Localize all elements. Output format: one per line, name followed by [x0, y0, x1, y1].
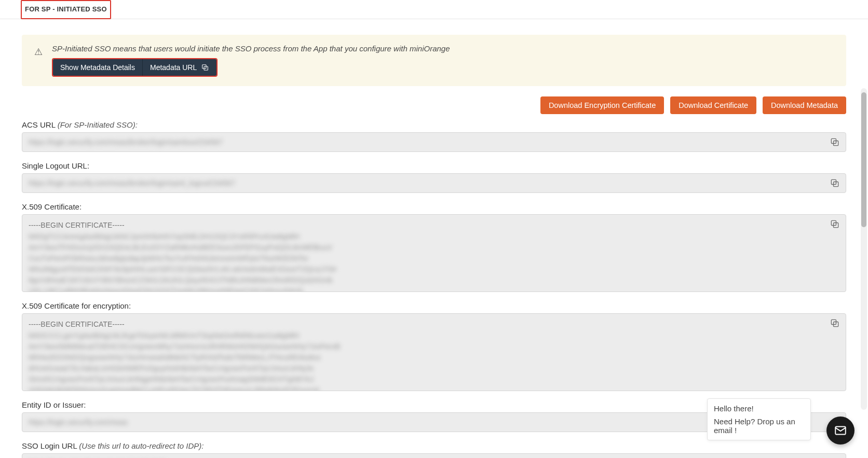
- copy-x509-encryption-certificate-button[interactable]: [829, 318, 840, 329]
- tab-bar: FOR SP - INITIATED SSO: [0, 0, 868, 19]
- chat-popup: Hello there! Need Help? Drop us an email…: [707, 398, 811, 440]
- copy-icon: [830, 318, 840, 328]
- acs-url-label-note: (For SP-Initiated SSO):: [58, 120, 138, 129]
- info-body: SP-Initiated SSO means that users would …: [52, 44, 836, 77]
- download-metadata-button[interactable]: Download Metadata: [763, 96, 846, 114]
- scrollbar-thumb[interactable]: [861, 92, 866, 227]
- copy-acs-url-button[interactable]: [829, 137, 840, 148]
- entity-id-value: https://login.xecurify.com/moas: [29, 418, 128, 426]
- download-row: Download Encryption Certificate Download…: [22, 96, 846, 114]
- metadata-url-button[interactable]: Metadata URL: [143, 59, 216, 76]
- tab-sp-initiated-sso[interactable]: FOR SP - INITIATED SSO: [21, 0, 111, 19]
- banner-text: SP-Initiated SSO means that users would …: [52, 44, 836, 53]
- copy-single-logout-url-button[interactable]: [829, 178, 840, 189]
- x509-encryption-certificate-body: MIIDCCCLgmYgAwIBAgIJ4LlKgeTcloyerWLMlMtV…: [29, 330, 825, 391]
- single-logout-url-field: Single Logout URL: https://login.xecurif…: [22, 161, 846, 193]
- download-encryption-certificate-button[interactable]: Download Encryption Certificate: [540, 96, 664, 114]
- x509-certificate-label: X.509 Certificate:: [22, 202, 846, 211]
- single-logout-url-value: https://login.xecurify.com/moas/broker/l…: [29, 179, 235, 187]
- copy-icon: [830, 178, 840, 188]
- mail-icon: [834, 424, 847, 437]
- x509-certificate-body: MIIDgTCCAmmgAwIBAgIJANCJyniXHlsHrh7opSNf…: [29, 231, 825, 292]
- copy-icon: [830, 137, 840, 147]
- acs-url-field: ACS URL (For SP-Initiated SSO): https://…: [22, 120, 846, 152]
- copy-icon: [201, 63, 209, 72]
- acs-url-value: https://login.xecurify.com/moas/broker/l…: [29, 138, 223, 146]
- chat-help-text: Need Help? Drop us an email !: [714, 417, 804, 435]
- info-banner: ⚠ SP-Initiated SSO means that users woul…: [22, 35, 846, 86]
- metadata-url-label: Metadata URL: [150, 63, 197, 72]
- chat-fab-button[interactable]: [826, 417, 855, 445]
- copy-x509-certificate-button[interactable]: [829, 219, 840, 230]
- sso-login-url-field: SSO Login URL (Use this url to auto-redi…: [22, 441, 846, 458]
- metadata-button-group: Show Metadata Details Metadata URL: [52, 58, 218, 77]
- scrollbar[interactable]: [861, 88, 867, 410]
- acs-url-label: ACS URL (For SP-Initiated SSO):: [22, 120, 846, 129]
- warning-icon: ⚠: [34, 46, 43, 58]
- show-metadata-details-button[interactable]: Show Metadata Details: [53, 59, 143, 76]
- single-logout-url-label: Single Logout URL:: [22, 161, 846, 170]
- x509-encryption-certificate-box[interactable]: -----BEGIN CERTIFICATE----- MIIDCCCLgmYg…: [22, 313, 846, 391]
- x509-encryption-certificate-label: X.509 Certificate for encryption:: [22, 301, 846, 310]
- acs-url-input[interactable]: https://login.xecurify.com/moas/broker/l…: [22, 132, 846, 152]
- chat-greeting: Hello there!: [714, 404, 804, 413]
- sso-login-url-label: SSO Login URL (Use this url to auto-redi…: [22, 441, 846, 450]
- copy-icon: [830, 219, 840, 229]
- x509-encryption-certificate-header: -----BEGIN CERTIFICATE-----: [29, 319, 825, 329]
- download-certificate-button[interactable]: Download Certificate: [670, 96, 756, 114]
- sso-login-url-label-text: SSO Login URL: [22, 441, 77, 450]
- acs-url-label-text: ACS URL: [22, 120, 55, 129]
- x509-certificate-box[interactable]: -----BEGIN CERTIFICATE----- MIIDgTCCAmmg…: [22, 214, 846, 292]
- sso-login-url-label-note: (Use this url to auto-redirect to IDP):: [79, 441, 204, 450]
- sso-login-url-input[interactable]: https://login.xecurify.com/moas/idp/2345…: [22, 453, 846, 458]
- main-content: ⚠ SP-Initiated SSO means that users woul…: [0, 19, 868, 458]
- x509-encryption-certificate-field: X.509 Certificate for encryption: -----B…: [22, 301, 846, 391]
- x509-certificate-header: -----BEGIN CERTIFICATE-----: [29, 220, 825, 230]
- x509-certificate-field: X.509 Certificate: -----BEGIN CERTIFICAT…: [22, 202, 846, 292]
- single-logout-url-input[interactable]: https://login.xecurify.com/moas/broker/l…: [22, 173, 846, 193]
